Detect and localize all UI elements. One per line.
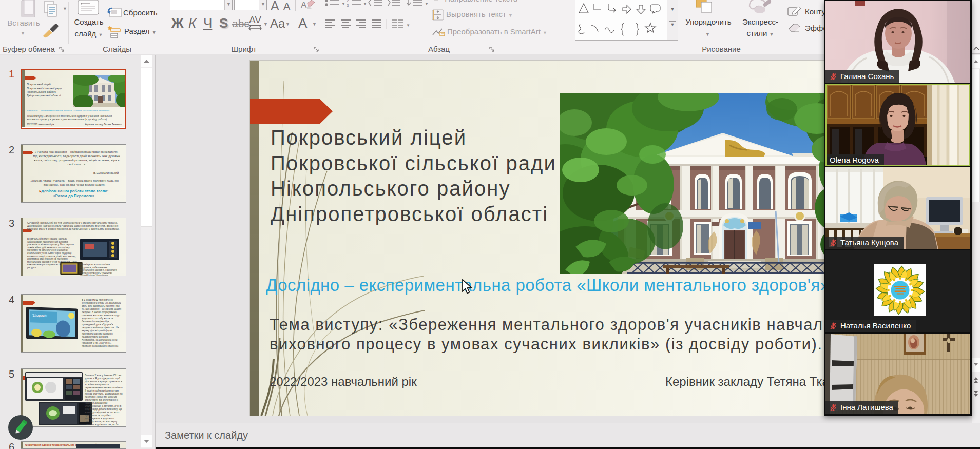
svg-text:А: А (301, 0, 307, 10)
svg-text:▼: ▼ (406, 23, 410, 28)
svg-text:▼: ▼ (425, 2, 428, 6)
svg-text:▼: ▼ (363, 2, 367, 6)
svg-text:▼: ▼ (341, 2, 345, 6)
svg-text:3: 3 (347, 3, 349, 7)
